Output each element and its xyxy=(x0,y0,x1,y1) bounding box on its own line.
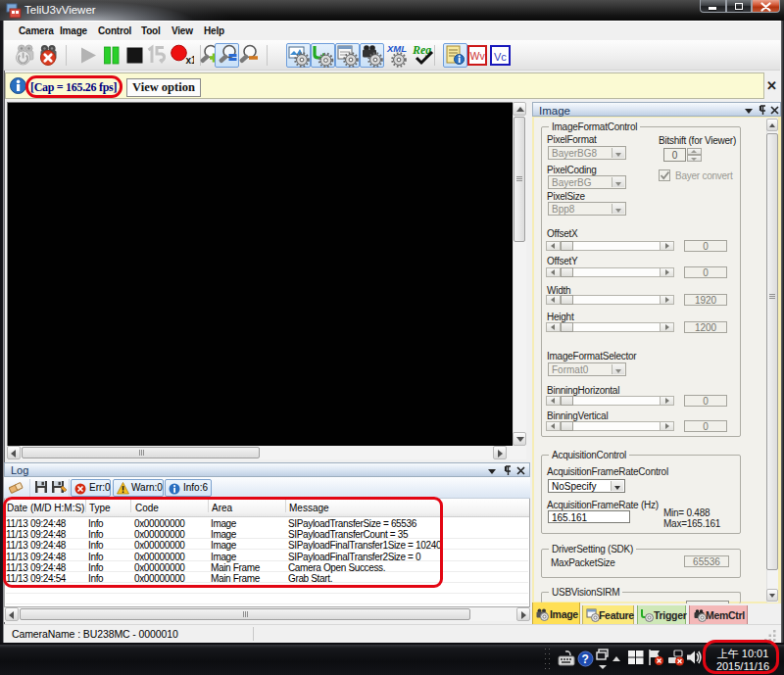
svg-text:XML: XML xyxy=(386,43,407,54)
svg-text:x1: x1 xyxy=(186,55,195,66)
svg-text:?: ? xyxy=(582,652,589,666)
svg-text:Wv: Wv xyxy=(470,50,486,62)
svg-text:Vc: Vc xyxy=(494,51,507,63)
